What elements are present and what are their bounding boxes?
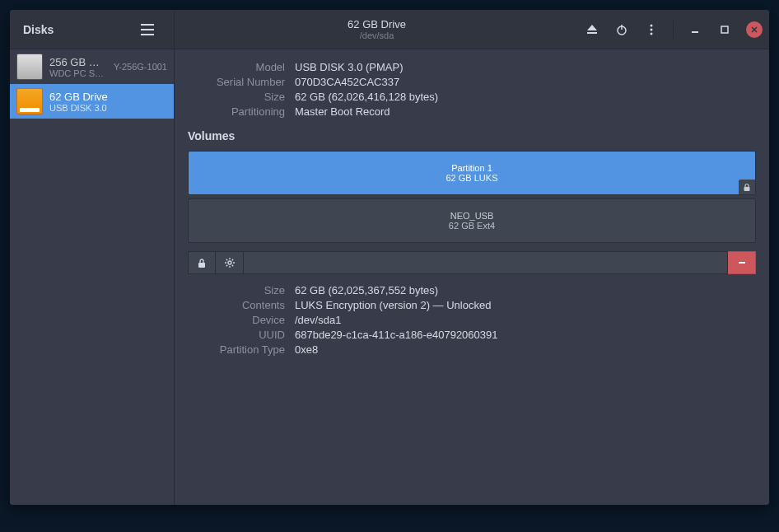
volumes-title: Volumes	[175, 118, 769, 151]
sidebar-item-usb[interactable]: 62 GB Drive USB DISK 3.0	[10, 84, 174, 119]
delete-button[interactable]	[728, 251, 756, 274]
drive-title: 62 GB Drive	[348, 18, 406, 30]
vol-ptype-value: 0xe8	[295, 343, 756, 356]
titlebar-right	[579, 16, 769, 43]
hdd-icon	[16, 54, 43, 80]
partitioning-value: Master Boot Record	[295, 105, 756, 118]
drive-sub: USB DISK 3.0	[49, 103, 167, 113]
partitioning-label: Partitioning	[188, 105, 285, 118]
model-value: USB DISK 3.0 (PMAP)	[295, 61, 756, 73]
drive-name: 62 GB Drive	[49, 91, 167, 103]
main-panel: Model USB DISK 3.0 (PMAP) Serial Number …	[175, 49, 769, 505]
drive-extra: Y-256G-1001	[114, 62, 167, 72]
toolbar-spacer	[244, 251, 728, 274]
vol-contents-value: LUKS Encryption (version 2) — Unlocked	[295, 299, 756, 311]
volume-toolbar	[188, 251, 756, 274]
sidebar: 256 GB Disk WDC PC SN7... Y-256G-1001 62…	[10, 49, 175, 505]
drive-path: /dev/sda	[360, 30, 394, 40]
volume-sub: 62 GB Ext4	[195, 221, 749, 231]
titlebar: Disks 62 GB Drive /dev/sda	[10, 10, 769, 49]
drive-sub: WDC PC SN7...	[49, 68, 107, 78]
volume-name: NEO_USB	[195, 211, 749, 221]
drive-details: Model USB DISK 3.0 (PMAP) Serial Number …	[175, 61, 769, 118]
vol-uuid-label: UUID	[188, 329, 285, 341]
body: 256 GB Disk WDC PC SN7... Y-256G-1001 62…	[10, 49, 769, 505]
maximize-icon[interactable]	[711, 16, 738, 43]
vol-size-value: 62 GB (62,025,367,552 bytes)	[295, 284, 756, 296]
vol-uuid-value: 687bde29-c1ca-411c-a186-e40792060391	[295, 329, 756, 341]
svg-point-1	[651, 24, 653, 26]
close-icon[interactable]	[746, 21, 763, 38]
gear-button[interactable]	[216, 251, 244, 274]
svg-point-2	[651, 28, 653, 30]
usb-drive-icon	[16, 88, 43, 114]
lock-icon	[739, 180, 755, 194]
svg-rect-5	[744, 187, 750, 191]
app-title: Disks	[23, 23, 54, 36]
svg-rect-4	[721, 26, 728, 33]
volume-name: Partition 1	[195, 163, 749, 173]
vol-device-label: Device	[188, 314, 285, 326]
titlebar-center: 62 GB Drive /dev/sda	[175, 18, 579, 40]
size-label: Size	[188, 91, 285, 103]
volumes-box: Partition 1 62 GB LUKS NEO_USB 62 GB Ext…	[188, 151, 756, 243]
drive-name: 256 GB Disk	[49, 56, 107, 68]
vol-size-label: Size	[188, 284, 285, 296]
minimize-icon[interactable]	[682, 16, 708, 43]
size-value: 62 GB (62,026,416,128 bytes)	[295, 91, 756, 103]
volume-neo-usb[interactable]: NEO_USB 62 GB Ext4	[188, 198, 756, 243]
volume-partition1[interactable]: Partition 1 62 GB LUKS	[188, 151, 756, 195]
vol-device-value: /dev/sda1	[295, 314, 756, 326]
power-icon[interactable]	[609, 16, 635, 43]
volume-sub: 62 GB LUKS	[195, 173, 749, 183]
vol-contents-label: Contents	[188, 299, 285, 311]
sidebar-item-disk[interactable]: 256 GB Disk WDC PC SN7... Y-256G-1001	[10, 49, 174, 84]
svg-point-3	[651, 32, 653, 35]
eject-icon[interactable]	[579, 16, 605, 43]
svg-rect-6	[198, 263, 205, 268]
model-label: Model	[188, 61, 285, 73]
serial-label: Serial Number	[188, 76, 285, 88]
separator	[673, 21, 674, 39]
volume-details: Size 62 GB (62,025,367,552 bytes) Conten…	[175, 284, 769, 356]
vol-ptype-label: Partition Type	[188, 343, 285, 356]
kebab-menu-icon[interactable]	[638, 16, 665, 43]
svg-point-7	[228, 261, 231, 264]
titlebar-left: Disks	[10, 10, 175, 49]
serial-value: 070D3CA452CAC337	[295, 76, 756, 88]
lock-button[interactable]	[188, 251, 216, 274]
app-window: Disks 62 GB Drive /dev/sda	[10, 10, 769, 505]
hamburger-menu-icon[interactable]	[134, 16, 161, 43]
